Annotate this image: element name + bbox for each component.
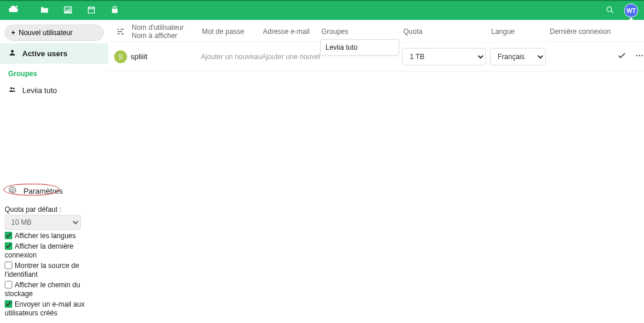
language-select[interactable]: Français	[490, 48, 546, 66]
svg-point-2	[11, 50, 14, 53]
settings-block: Paramètres Quota par défaut : 10 MB Affi…	[0, 179, 108, 323]
opt-send-email[interactable]: Envoyer un e-mail aux utilisateurs créés	[5, 299, 106, 318]
new-user-label: Nouvel utilisateur	[19, 29, 73, 37]
quota-select[interactable]: 1 TB	[402, 48, 486, 66]
opt-show-backend[interactable]: Montrer la source de l'identifiant	[5, 260, 106, 279]
calendar-icon[interactable]	[87, 5, 96, 16]
sidebar-item-label: Active users	[22, 49, 67, 58]
email-input[interactable]	[262, 53, 320, 61]
checkbox-langs[interactable]	[5, 232, 12, 239]
user-icon	[8, 49, 16, 59]
th-email: Adresse e-mail	[262, 28, 320, 36]
settings-toggle[interactable]: Paramètres	[4, 183, 108, 200]
photos-icon[interactable]	[63, 5, 73, 16]
activity-icon[interactable]	[110, 5, 119, 16]
new-user-button[interactable]: + Nouvel utilisateur	[5, 25, 104, 41]
sidebar-group-label: Leviia tuto	[22, 86, 57, 95]
svg-point-5	[636, 55, 637, 56]
user-avatar[interactable]: WT	[624, 4, 638, 18]
password-input[interactable]	[201, 53, 262, 61]
top-nav	[40, 5, 119, 16]
checkbox-email[interactable]	[5, 300, 12, 308]
svg-point-1	[607, 6, 612, 11]
settings-label: Paramètres	[23, 187, 63, 195]
th-username: Nom d'utilisateur Nom à afficher	[131, 23, 201, 40]
settings-panel: Quota par défaut : 10 MB Afficher les la…	[4, 200, 108, 319]
toggle-columns-icon[interactable]	[115, 27, 126, 36]
svg-point-6	[639, 55, 640, 56]
svg-point-4	[13, 88, 15, 90]
search-icon[interactable]	[605, 5, 615, 16]
content-area: Nom d'utilisateur Nom à afficher Mot de …	[108, 20, 644, 323]
topbar: WT	[0, 0, 644, 20]
sidebar-item-active-users[interactable]: Active users	[0, 43, 108, 64]
group-icon	[8, 85, 16, 95]
row-avatar: S	[114, 50, 127, 63]
confirm-icon[interactable]	[613, 51, 631, 62]
opt-show-languages[interactable]: Afficher les langues	[5, 231, 106, 240]
svg-point-7	[641, 55, 642, 56]
groups-popup[interactable]: Leviia tuto	[320, 39, 399, 56]
svg-point-0	[16, 6, 18, 8]
sidebar-group-item[interactable]: Leviia tuto	[0, 80, 108, 101]
th-password: Mot de passe	[201, 28, 262, 36]
cell-username[interactable]: spliiit	[131, 52, 201, 61]
gear-icon	[8, 186, 16, 196]
opt-show-storage-path[interactable]: Afficher le chemin du stockage	[5, 280, 106, 298]
checkbox-storage[interactable]	[5, 281, 12, 288]
table-row: S spliiit Leviia tuto 1 TB Français	[108, 42, 644, 71]
checkbox-backend[interactable]	[5, 262, 12, 269]
checkbox-last-login[interactable]	[5, 242, 12, 250]
app-logo[interactable]	[6, 2, 22, 19]
th-last-login: Dernière connexion	[549, 28, 613, 36]
sidebar-groups-title: Groupes	[0, 64, 108, 80]
th-language: Langue	[490, 28, 549, 36]
th-groups: Groupes	[320, 28, 402, 36]
default-quota-label: Quota par défaut :	[5, 205, 106, 214]
sidebar: + Nouvel utilisateur Active users Groupe…	[0, 20, 108, 323]
plus-icon: +	[11, 29, 15, 37]
default-quota-select[interactable]: 10 MB	[5, 215, 81, 230]
files-icon[interactable]	[40, 5, 49, 16]
th-quota: Quota	[402, 28, 490, 36]
opt-show-last-login[interactable]: Afficher la dernière connexion	[5, 241, 106, 260]
svg-point-3	[11, 87, 13, 90]
more-icon[interactable]	[631, 51, 644, 62]
